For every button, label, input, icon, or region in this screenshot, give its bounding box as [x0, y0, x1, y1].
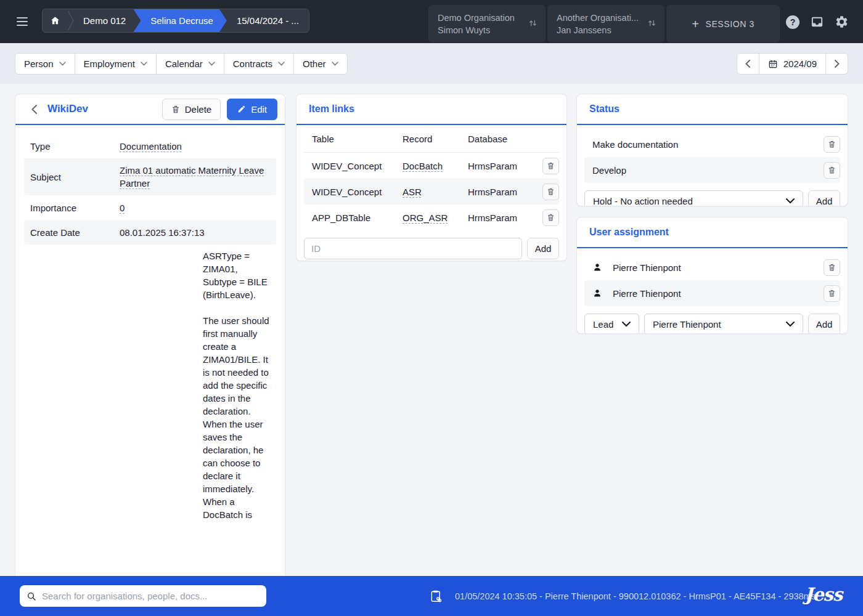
field-row-type: Type Documentation [24, 134, 276, 158]
chevron-left-icon [31, 105, 37, 114]
chevron-right-icon [835, 60, 840, 68]
user-assignment-header: User assignment [577, 217, 848, 248]
column-header-database: Database [468, 134, 536, 144]
add-item-link-button[interactable]: Add [527, 238, 559, 259]
wikidev-card-header: WikiDev Delete Edit [15, 94, 285, 125]
role-select[interactable]: Lead [584, 314, 639, 334]
back-button[interactable] [25, 100, 43, 118]
menu-other[interactable]: Other [293, 53, 348, 75]
new-session-button[interactable]: + SESSION 3 [666, 5, 780, 43]
delete-status-button[interactable] [824, 162, 840, 179]
field-value-type[interactable]: Documentation [120, 141, 182, 152]
chevron-down-icon [208, 62, 215, 66]
chevron-down-icon [278, 62, 285, 66]
item-links-header: Item links [297, 94, 566, 125]
delete-row-button[interactable] [542, 158, 559, 174]
chevron-down-icon [332, 62, 338, 66]
trash-icon [828, 140, 836, 148]
global-search [20, 585, 266, 607]
trash-icon [828, 263, 836, 272]
org-name: Another Organisati... [557, 12, 639, 24]
document-link-icon[interactable] [430, 589, 443, 606]
delete-user-button[interactable] [824, 285, 840, 302]
add-user-button[interactable]: Add [808, 314, 840, 334]
user-row: Pierre Thienpont [584, 254, 840, 280]
column-header-record: Record [403, 134, 468, 144]
status-card: Status Make documentation Develop Hold -… [576, 94, 848, 206]
trash-icon [547, 187, 555, 196]
chevron-down-icon [622, 322, 631, 327]
status-row: Make documentation [584, 131, 840, 157]
field-value-importance[interactable]: 0 [120, 203, 125, 213]
cell-database: HrmsParam [468, 161, 536, 171]
user-row: Pierre Thienpont [584, 280, 840, 306]
delete-user-button[interactable] [824, 259, 840, 276]
breadcrumb-separator [67, 9, 75, 32]
table-row: WIDEV_Concept DocBatch HrmsParam [304, 153, 559, 179]
breadcrumb-item-date[interactable]: 15/04/2024 - ... [219, 9, 309, 32]
swap-arrows-icon [528, 18, 538, 30]
add-status-button[interactable]: Add [808, 190, 840, 206]
item-links-table-header: Table Record Database [304, 125, 559, 153]
period-button[interactable]: 2024/09 [759, 53, 826, 75]
previous-period-button[interactable] [737, 53, 759, 75]
field-row-importance: Importance 0 [24, 195, 276, 220]
breadcrumb-item-demo-012[interactable]: Demo 012 [75, 9, 141, 32]
item-links-controls: Add [297, 230, 566, 261]
menu-contracts[interactable]: Contracts [224, 53, 294, 75]
item-links-card: Item links Table Record Database WIDEV_C… [296, 94, 567, 261]
description-text: ASRType = ZIMA01, Subtype = BILE (BirthL… [203, 249, 272, 521]
trash-icon [828, 166, 836, 174]
menu-person[interactable]: Person [15, 53, 75, 75]
gear-icon[interactable] [835, 15, 849, 29]
org-tab-demo-organisation[interactable]: Demo Organisation Simon Wuyts [428, 5, 546, 43]
menu-employment[interactable]: Employment [75, 53, 157, 75]
id-input[interactable] [304, 238, 522, 259]
cell-table: WIDEV_Concept [312, 161, 403, 171]
cell-table: WIDEV_Concept [312, 187, 403, 197]
home-icon[interactable] [43, 9, 67, 32]
delete-status-button[interactable] [824, 136, 840, 153]
delete-button[interactable]: Delete [162, 99, 221, 120]
detail-fields: Type Documentation Subject Zima 01 autom… [15, 125, 285, 521]
status-controls: Hold - No action needed Add [577, 183, 848, 206]
organisation-tabs: Demo Organisation Simon Wuyts Another Or… [428, 5, 780, 43]
delete-row-button[interactable] [542, 184, 559, 200]
jess-logo: Jess [804, 584, 842, 605]
wikidev-detail-card: WikiDev Delete Edit Type Documentation S… [15, 94, 285, 580]
help-icon[interactable]: ? [786, 15, 800, 29]
page-title: WikiDev [47, 103, 88, 115]
field-value-create-date: 08.01.2025 16:37:13 [120, 226, 270, 239]
field-value-subject[interactable]: Zima 01 automatic Maternity Leave Partne… [120, 165, 264, 188]
field-row-subject: Subject Zima 01 automatic Maternity Leav… [24, 158, 276, 195]
search-input[interactable] [42, 591, 260, 601]
menu-calendar[interactable]: Calendar [156, 53, 224, 75]
inbox-icon[interactable] [810, 15, 824, 29]
org-person: Simon Wuyts [438, 24, 515, 36]
plus-icon: + [692, 18, 699, 30]
search-icon [27, 591, 36, 601]
user-select[interactable]: Pierre Thienpont [644, 314, 803, 334]
cell-database: HrmsParam [468, 187, 536, 197]
breadcrumb-item-selina-decruse[interactable]: Selina Decruse [133, 9, 227, 32]
menu-button-group: Person Employment Calendar Contracts Oth… [15, 53, 348, 75]
table-row: APP_DBTable ORG_ASR HrmsParam [304, 205, 559, 230]
navbar-icons: ? [786, 15, 849, 29]
chevron-down-icon [141, 62, 147, 66]
hamburger-menu-icon[interactable] [17, 15, 29, 28]
trash-icon [547, 213, 555, 222]
status-select[interactable]: Hold - No action needed [584, 190, 803, 206]
trash-icon [828, 289, 836, 298]
period-navigation: 2024/09 [737, 53, 848, 75]
person-icon [592, 288, 602, 298]
org-tab-another-organisation[interactable]: Another Organisati... Jan Janssens [547, 5, 665, 43]
table-row: WIDEV_Concept ASR HrmsParam [304, 179, 559, 205]
cell-record-link[interactable]: DocBatch [403, 161, 443, 171]
cell-record-link[interactable]: ORG_ASR [403, 213, 448, 223]
delete-row-button[interactable] [542, 209, 559, 226]
cell-record-link[interactable]: ASR [403, 187, 422, 197]
edit-button[interactable]: Edit [227, 99, 277, 120]
next-period-button[interactable] [825, 53, 848, 75]
user-assignment-card: User assignment Pierre Thienpont Pierre … [576, 217, 848, 334]
trash-icon [547, 161, 555, 170]
